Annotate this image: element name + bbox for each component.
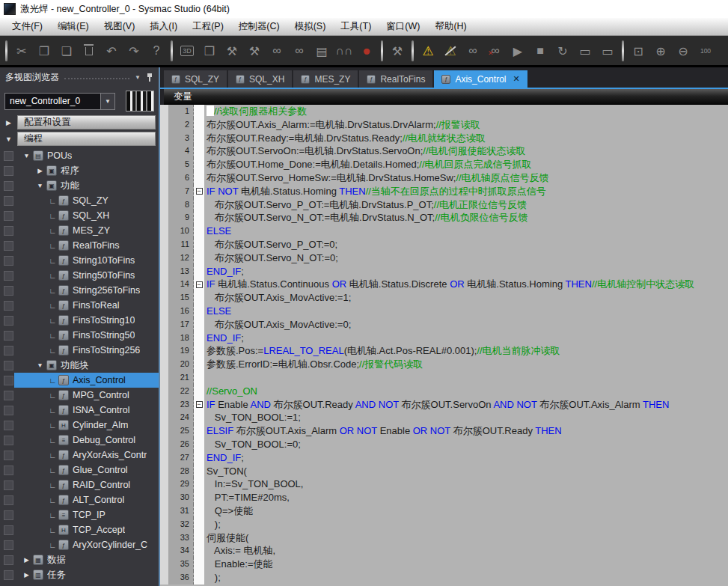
code-text[interactable] [204,371,728,385]
tree-item-glue-control[interactable]: ∟ƒGlue_Control [0,463,159,477]
tree-item-isna-control[interactable]: ∟ƒISNA_Control [0,403,159,418]
tree-item-realtofins[interactable]: ∟ƒRealToFins [0,238,159,253]
chevron-down-icon[interactable]: ▼ [135,74,141,81]
code-text[interactable]: 布尔簇OUT.Servo_HomeSw:=电机轴.DrvStatus.HomeS… [204,171,728,185]
code-text[interactable]: ); [204,518,728,531]
cut-icon[interactable]: ✂ [13,42,31,60]
code-text[interactable]: END_IF; [204,332,728,345]
synchronize-icon[interactable]: ↻ [554,42,572,60]
tree-item-axis-control[interactable]: ∟ƒAxis_Control [0,373,159,388]
code-line-4[interactable]: 4布尔簇OUT.ServoOn:=电机轴.DrvStatus.ServoOn;/… [160,144,728,158]
code-line-6[interactable]: 6布尔簇OUT.Servo_HomeSw:=电机轴.DrvStatus.Home… [160,171,728,185]
code-line-27[interactable]: 27END_IF; [160,451,728,465]
code-line-35[interactable]: 35 Enable:=使能 [160,558,728,571]
tree-item-finstostring50[interactable]: ∟ƒFinsToString50 [0,328,159,343]
menu-item-project[interactable]: 工程(P) [185,18,231,35]
code-line-20[interactable]: 20参数簇.ErrorID:=电机轴.Obsr.Code;//报警代码读取 [160,358,728,371]
tree-item-raid-control[interactable]: ∟ƒRAID_Control [0,477,159,492]
code-line-25[interactable]: 25ELSIF 布尔簇OUT.Axis_Alarm OR NOT Enable … [160,424,728,438]
code-line-36[interactable]: 36 ); [160,571,728,585]
tab-sql-xh[interactable]: ƒSQL_XH [228,70,292,88]
tree-item-sql-zy[interactable]: ∟ƒSQL_ZY [0,193,159,208]
menu-item-help[interactable]: 帮助(H) [427,18,474,35]
collapsed-arrow-icon[interactable]: ▶ [0,119,17,126]
tree-item-sql-xh[interactable]: ∟ƒSQL_XH [0,208,159,223]
expanded-arrow-icon[interactable]: ▼ [0,135,17,143]
tree-item-string50tofins[interactable]: ∟ƒString50ToFins [0,268,159,283]
code-line-12[interactable]: 12 布尔簇OUT.Servo_N_OT:=0; [160,251,728,265]
quick-build-icon[interactable]: ⚒ [388,42,406,60]
code-text[interactable]: Sv_TON_BOOL:=0; [204,438,728,451]
section-config[interactable]: ▶ 配置和设置 [0,115,159,130]
build-icon[interactable]: ⚒ [223,42,241,60]
controller-select[interactable]: new_Controller_0 ▼ [4,93,115,110]
code-text[interactable]: 布尔簇OUT.Home_Done:=电机轴.Details.Homed;//电机… [204,158,728,171]
warning-monitor-icon[interactable]: ⚠ [419,42,437,60]
code-line-22[interactable]: 22//Servo_ON [160,385,728,398]
code-text[interactable]: 参数簇.Pos:=LREAL_TO_REAL(电机轴.Act.Pos-REAL#… [204,344,728,358]
code-line-23[interactable]: 23−IF Enable AND 布尔簇OUT.Ready AND NOT 布尔… [160,398,728,412]
code-text[interactable]: ELSE [204,225,728,238]
rebuild-icon[interactable]: ⚒ [245,42,263,60]
tab-mes-zy[interactable]: ƒMES_ZY [293,70,358,88]
code-text[interactable]: ELSIF 布尔簇OUT.Axis_Alarm OR NOT Enable OR… [204,424,728,438]
tree-item-mes-zy[interactable]: ∟ƒMES_ZY [0,223,159,238]
code-line-15[interactable]: 15 布尔簇OUT.Axis_MovActive:=1; [160,291,728,305]
code-text[interactable]: 布尔簇OUT.Axis_Alarm:=电机轴.DrvStatus.DrvAlar… [204,118,728,132]
pin-icon[interactable] [146,73,153,82]
code-text[interactable]: 布尔簇OUT.Servo_N_OT:=0; [204,251,728,265]
code-line-17[interactable]: 17 布尔簇OUT.Axis_MovActive:=0; [160,318,728,332]
all-program-check-icon[interactable]: ∞ [290,42,308,60]
copy-icon[interactable]: ❐ [35,42,53,60]
code-line-16[interactable]: 16ELSE [160,305,728,318]
panel-splitter[interactable] [159,67,160,586]
variable-usage-icon[interactable]: ▤ [313,42,331,60]
help-icon[interactable]: ? [147,42,165,60]
fold-collapse-icon[interactable]: − [196,188,203,195]
code-text[interactable]: Enable:=使能 [204,558,728,571]
code-text[interactable]: ELSE [204,305,728,318]
code-text[interactable]: 布尔簇OUT.Servo_P_OT:=电机轴.DrvStatus.P_OT;//… [204,198,728,212]
code-text[interactable]: In:=Sv_TON_BOOL, [204,477,728,491]
code-text[interactable]: END_IF; [204,451,728,465]
tree-item-tcp-accept[interactable]: ∟HTCP_Accept [0,522,159,537]
code-line-10[interactable]: 10ELSE [160,225,728,238]
code-text[interactable]: 布尔簇OUT.ServoOn:=电机轴.DrvStatus.ServoOn;//… [204,144,728,158]
tree-item-debug-control[interactable]: ∟≡Debug_Control [0,433,159,448]
code-line-5[interactable]: 5布尔簇OUT.Home_Done:=电机轴.Details.Homed;//电… [160,158,728,171]
code-line-34[interactable]: 34 Axis:= 电机轴, [160,544,728,558]
redo-icon[interactable]: ↷ [125,42,143,60]
st-code-editor[interactable]: 1//读取伺服器相关参数2布尔簇OUT.Axis_Alarm:=电机轴.DrvS… [160,105,728,586]
collapsed-arrow-icon[interactable]: ▶ [21,571,32,579]
tab-realtofins[interactable]: ƒRealToFins [359,70,432,88]
code-text[interactable]: //Servo_ON [204,385,728,398]
tree-item-cylinder-alm[interactable]: ∟HCylinder_Alm [0,418,159,433]
code-text[interactable]: 伺服使能( [204,531,728,545]
tree-item-finstostring256[interactable]: ∟ƒFinsToString256 [0,343,159,358]
code-text[interactable]: 布尔簇OUT.Ready:=电机轴.DrvStatus.Ready;//电机就绪… [204,132,728,145]
zoom-out-icon[interactable]: ⊖ [674,42,692,60]
code-text[interactable]: //读取伺服器相关参数 [204,105,728,118]
transfer-from-controller-icon[interactable]: ▭ [599,42,617,60]
tree-item-tcp-ip[interactable]: ∟≡TCP_IP [0,507,159,522]
tree-item-item[interactable]: ▶▣程序 [0,163,159,178]
code-text[interactable]: 布尔簇OUT.Axis_MovActive:=0; [204,318,728,332]
code-line-11[interactable]: 11 布尔簇OUT.Servo_P_OT:=0; [160,238,728,251]
fold-collapse-icon[interactable]: − [196,401,203,408]
collapsed-arrow-icon[interactable]: ▶ [21,556,32,564]
menu-item-insert[interactable]: 插入(I) [142,18,185,35]
code-line-24[interactable]: 24 Sv_TON_BOOL:=1; [160,411,728,424]
program-check-icon[interactable]: ∞ [268,42,286,60]
tree-item-aryxoraxis-contr[interactable]: ∟ƒAryXorAxis_Contr [0,448,159,463]
code-line-8[interactable]: 8 布尔簇OUT.Servo_P_OT:=电机轴.DrvStatus.P_OT;… [160,198,728,212]
code-line-3[interactable]: 3布尔簇OUT.Ready:=电机轴.DrvStatus.Ready;//电机就… [160,132,728,145]
tree-item-aryxorcylinder-c[interactable]: ∟ƒAryXorCylinder_C [0,537,159,552]
code-line-14[interactable]: 14−IF 电机轴.Status.Continuous OR 电机轴.Statu… [160,278,728,291]
online-check-icon[interactable]: ∞ [464,42,482,60]
fit-zoom-icon[interactable]: ⊡ [629,42,647,60]
code-text[interactable]: Q=>使能 [204,504,728,518]
tree-item-mpg-control[interactable]: ∟ƒMPG_Control [0,388,159,403]
drag-texture[interactable] [64,78,129,79]
code-text[interactable]: 布尔簇OUT.Servo_P_OT:=0; [204,238,728,251]
controller-select-arrow-icon[interactable]: ▼ [100,94,114,109]
